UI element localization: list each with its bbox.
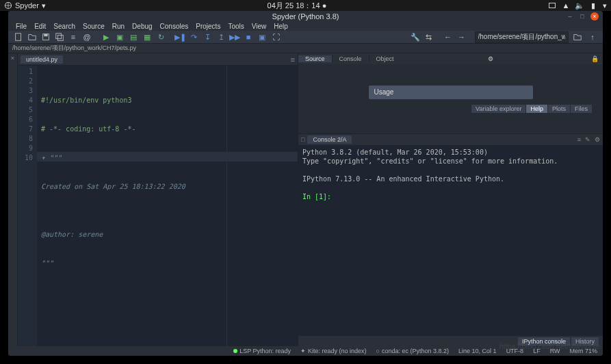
spyder-app-icon[interactable]: [4, 1, 12, 10]
step-into-icon[interactable]: ↧: [201, 31, 213, 43]
run-cell-advance-icon[interactable]: ▤: [127, 31, 140, 43]
debug-icon[interactable]: ▶❚: [174, 31, 186, 43]
console-prompt: In [1]:: [302, 193, 331, 200]
status-lsp[interactable]: LSP Python: ready: [233, 348, 291, 354]
help-usage-box: Usage: [369, 86, 533, 99]
system-menu-caret[interactable]: ▾: [603, 1, 607, 10]
status-permissions: RW: [550, 348, 560, 354]
working-dir-input[interactable]: [475, 31, 569, 43]
browse-dir-icon[interactable]: [571, 31, 584, 43]
current-file-path: /home/serene/项目/python_work/CH7/pets.py: [12, 44, 136, 53]
rerun-icon[interactable]: ↻: [155, 31, 167, 43]
help-subtabs: Variable explorer Help Plots Files: [471, 105, 592, 113]
outline-strip: ×: [8, 53, 18, 346]
lsp-status-dot: [233, 349, 237, 353]
help-options-icon[interactable]: ⚙: [484, 55, 497, 62]
back-icon[interactable]: ←: [442, 31, 454, 43]
console-options-icon[interactable]: ⚙: [595, 136, 600, 143]
pythonpath-icon[interactable]: ⇆: [423, 31, 435, 43]
help-lock-icon[interactable]: 🔒: [587, 55, 603, 62]
menu-run[interactable]: Run: [109, 23, 128, 30]
menu-edit[interactable]: Edit: [31, 23, 49, 30]
help-pane: Source Console Object ⚙ 🔒 Usage Variable…: [298, 53, 603, 134]
status-conda[interactable]: ○ conda: ec (Python 3.8.2): [376, 348, 450, 354]
menu-help[interactable]: Help: [270, 23, 291, 30]
list-icon[interactable]: ≡: [67, 31, 79, 43]
ipython-console[interactable]: Python 3.8.2 (default, Mar 26 2020, 15:5…: [298, 145, 603, 336]
code-editor[interactable]: 12345678910 #!/usr/bin/env python3 # -*-…: [18, 66, 298, 346]
status-memory: Mem 71%: [569, 348, 597, 354]
editor-tab-menu-icon[interactable]: ≡: [291, 55, 295, 64]
menu-file[interactable]: File: [12, 23, 30, 30]
status-kite[interactable]: ✦ Kite: ready (no index): [300, 348, 367, 354]
close-button[interactable]: ×: [590, 12, 599, 21]
menu-debug[interactable]: Debug: [129, 23, 155, 30]
console-collapse-icon[interactable]: □: [301, 136, 304, 143]
help-object-label: Object: [376, 55, 394, 62]
bottom-tab-history[interactable]: History: [571, 337, 599, 346]
run-icon[interactable]: ▶: [100, 31, 112, 43]
statusbar: LSP Python: ready ✦ Kite: ready (no inde…: [8, 346, 603, 356]
menu-tools[interactable]: Tools: [224, 23, 247, 30]
editor-path-bar: /home/serene/项目/python_work/CH7/pets.py: [8, 44, 603, 53]
maximize-button[interactable]: □: [578, 12, 586, 21]
desktop-clock[interactable]: 04月 25 18：14 ●: [46, 1, 548, 11]
main-toolbar: ≡ @ ▶ ▣ ▤ ▦ ↻ ▶❚ ↷ ↧ ↥ ▶▶ ■ ▣ ⛶ 🔧 ⇆ ← → …: [8, 31, 603, 44]
subtab-files[interactable]: Files: [571, 105, 592, 113]
svg-rect-4: [56, 34, 62, 39]
parent-dir-icon[interactable]: ↑: [586, 31, 599, 43]
save-all-icon[interactable]: [53, 31, 66, 43]
open-file-icon[interactable]: [26, 31, 38, 43]
forward-icon[interactable]: →: [456, 31, 468, 43]
menu-consoles[interactable]: Consoles: [157, 23, 192, 30]
console-interrupt-icon[interactable]: ≡: [577, 136, 581, 143]
cell-debug-icon[interactable]: ▣: [256, 31, 268, 43]
menubar: File Edit Search Source Run Debug Consol…: [8, 21, 603, 31]
titlebar: Spyder (Python 3.8) – □ ×: [8, 11, 603, 21]
svg-rect-1: [16, 34, 21, 41]
volume-icon[interactable]: 🔈: [575, 1, 584, 10]
svg-rect-5: [57, 36, 63, 41]
network-icon[interactable]: ▲: [562, 1, 570, 10]
console-tab[interactable]: Console 2/A: [307, 135, 352, 144]
app-name[interactable]: Spyder: [15, 1, 39, 10]
run-selection-icon[interactable]: ▦: [141, 31, 153, 43]
window-title: Spyder (Python 3.8): [272, 12, 339, 21]
svg-rect-3: [44, 34, 47, 37]
maximize-pane-icon[interactable]: ⛶: [270, 31, 282, 43]
battery-icon[interactable]: ▮: [589, 1, 597, 10]
outline-close-icon[interactable]: ×: [11, 55, 14, 62]
help-tab-source[interactable]: Source: [298, 55, 333, 62]
status-cursor: Line 10, Col 1: [458, 348, 497, 354]
step-over-icon[interactable]: ↷: [187, 31, 200, 43]
status-eol[interactable]: LF: [533, 348, 541, 354]
minimize-button[interactable]: –: [566, 12, 574, 21]
editor-tab[interactable]: untitled4.py: [21, 55, 63, 64]
subtab-variable-explorer[interactable]: Variable explorer: [471, 105, 525, 113]
menu-source[interactable]: Source: [79, 23, 108, 30]
menu-view[interactable]: View: [248, 23, 270, 30]
menu-search[interactable]: Search: [50, 23, 79, 30]
stop-debug-icon[interactable]: ■: [242, 31, 255, 43]
console-restart-icon[interactable]: ✎: [585, 136, 590, 143]
line-gutter: 12345678910: [18, 66, 37, 346]
run-cell-icon[interactable]: ▣: [114, 31, 126, 43]
editor-pane: untitled4.py ≡ 12345678910 #!/usr/bin/en…: [18, 53, 298, 346]
new-file-icon[interactable]: [12, 31, 25, 43]
spyder-window: Spyder (Python 3.8) – □ × File Edit Sear…: [8, 11, 603, 356]
screen-icon[interactable]: [548, 1, 556, 10]
function-list-icon[interactable]: @: [81, 31, 93, 43]
subtab-plots[interactable]: Plots: [548, 105, 570, 113]
menu-projects[interactable]: Projects: [192, 23, 224, 30]
save-icon[interactable]: [40, 31, 52, 43]
bottom-tab-ipython[interactable]: IPython console: [518, 337, 570, 346]
help-tab-console[interactable]: Console: [333, 55, 369, 62]
console-pane: □ Console 2/A ≡ ✎ ⚙ Python 3.8.2 (defaul…: [298, 134, 603, 346]
preferences-icon[interactable]: 🔧: [409, 31, 421, 43]
step-out-icon[interactable]: ↥: [215, 31, 227, 43]
desktop-topbar: Spyder ▾ 04月 25 18：14 ● ▲ 🔈 ▮ ▾: [0, 0, 611, 11]
continue-icon[interactable]: ▶▶: [229, 31, 241, 43]
status-encoding[interactable]: UTF-8: [506, 348, 524, 354]
subtab-help[interactable]: Help: [526, 105, 547, 113]
